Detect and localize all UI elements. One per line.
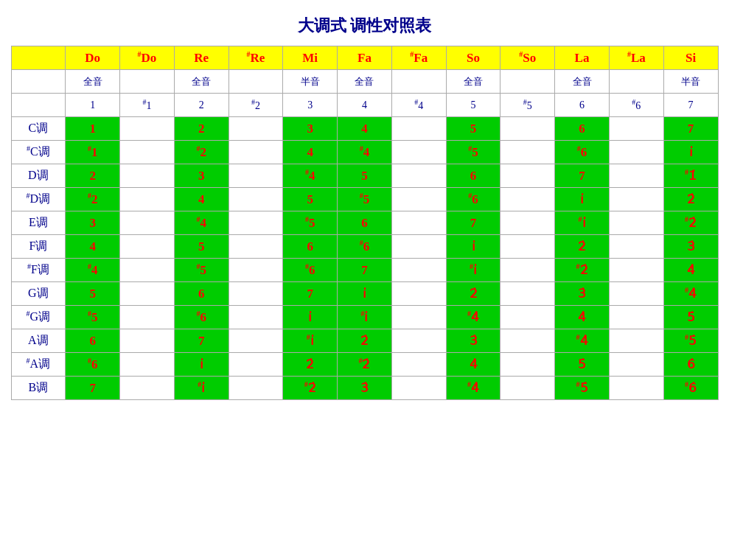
header-si: Si: [663, 46, 718, 70]
table-row: #G调 #5 #6 i̇ #i̇ #4̇ 4̇ 5̇: [11, 306, 718, 329]
table-row: #C调 #1 #2 4 #4 #5 #6 i̇: [11, 141, 718, 164]
table-row: A调 6 7 #i̇ 2̇ 3̇ #4̇ #5̇: [11, 329, 718, 353]
table-row: F调 4 5 6 #6 i̇ 2̇ 3̇: [11, 235, 718, 259]
table-row: B调 7 #i̇ #2̇ 3̇ #4̇ #5̇ #6̇: [11, 377, 718, 400]
table-row: D调 2 3 #4 5 6 7 #1̇: [11, 164, 718, 188]
table-row: #A调 #6 i̇ 2̇ #2̇ 4̇ 5̇ 6̇: [11, 353, 718, 377]
header-so: So: [446, 46, 500, 70]
header-sharpfa: #Fa: [391, 46, 446, 70]
table-row: #F调 #4 #5 #6 7 #i̇ #2̇ 4̇: [11, 259, 718, 282]
header-mi: Mi: [283, 46, 338, 70]
header-sharpre: #Re: [229, 46, 283, 70]
header-row: Do #Do Re #Re Mi Fa #Fa So #So La #La Si: [11, 46, 718, 70]
subheader1-row: 全音 全音 半音 全音 全音 全音 半音: [11, 70, 718, 94]
table-row: #D调 #2 4 5 #5 #6 i̇ 2̇: [11, 188, 718, 211]
table-row: C调 1 2 3 4 5 6 7: [11, 117, 718, 141]
header-la: La: [555, 46, 610, 70]
table-row: G调 5 6 7 i̇ 2̇ 3̇ #4̇: [11, 282, 718, 306]
header-empty: [11, 46, 66, 70]
header-sharpla: #La: [609, 46, 663, 70]
page-title: 大调式 调性对照表: [298, 15, 432, 37]
subheader2-row: 1 #1 2 #2 3 4 #4 5 #5 6 #6 7: [11, 94, 718, 117]
main-table: Do #Do Re #Re Mi Fa #Fa So #So La #La Si…: [11, 46, 719, 400]
header-re: Re: [174, 46, 229, 70]
header-fa: Fa: [338, 46, 392, 70]
table-row: E调 3 #4 #5 6 7 #i̇ #2̇: [11, 211, 718, 235]
header-do: Do: [66, 46, 120, 70]
header-sharpso: #So: [500, 46, 555, 70]
header-sharpdo: #Do: [120, 46, 175, 70]
